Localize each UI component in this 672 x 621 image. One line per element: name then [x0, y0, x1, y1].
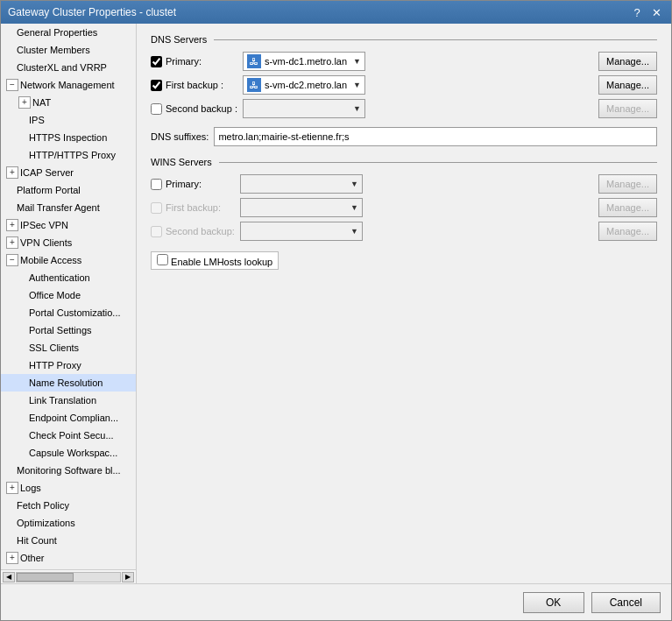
expand-icon[interactable]: + — [6, 482, 18, 494]
sidebar-label: SSL Clients — [29, 340, 79, 356]
dns-second-backup-checkbox[interactable] — [151, 103, 162, 115]
dns-second-backup-manage-button[interactable]: Manage... — [598, 99, 657, 118]
dns-primary-dropdown[interactable]: 🖧 s-vm-dc1.metro.lan ▼ s-vm-dc1.metro.la… — [243, 52, 365, 71]
sidebar-label: Optimizations — [17, 515, 75, 531]
sidebar-label: IPS — [29, 112, 45, 128]
sidebar-item-endpoint-compliance[interactable]: Endpoint Complian... — [1, 409, 136, 427]
wins-second-backup-checkbox[interactable] — [151, 226, 162, 237]
expand-icon[interactable]: + — [6, 552, 18, 564]
sidebar-label: ICAP Server — [20, 165, 74, 180]
sidebar-item-link-translation[interactable]: Link Translation — [1, 392, 136, 409]
wins-servers-section-label: WINS Servers — [151, 157, 657, 167]
wins-primary-dropdown[interactable]: ▼ — [240, 174, 363, 194]
sidebar-item-fetch-policy[interactable]: Fetch Policy — [1, 497, 136, 514]
scroll-thumb[interactable] — [17, 573, 74, 582]
sidebar-item-ipsec-vpn[interactable]: + IPSec VPN — [1, 216, 136, 234]
sidebar-item-optimizations[interactable]: Optimizations — [1, 514, 136, 532]
sidebar-label: Hit Count — [17, 533, 57, 548]
wins-grid: Primary: ▼ Manage... First backup: ▼ — [151, 174, 657, 241]
sidebar-label: Mail Transfer Agent — [17, 200, 100, 215]
expand-icon[interactable]: + — [6, 219, 18, 231]
dns-first-backup-manage-button[interactable]: Manage... — [598, 75, 657, 95]
sidebar-item-clusterxl-vrrp[interactable]: ClusterXL and VRRP — [1, 59, 136, 76]
wins-first-backup-label-row: First backup: — [151, 202, 235, 214]
wins-second-backup-manage-button[interactable]: Manage... — [598, 222, 657, 241]
dns-suffixes-row: DNS suffixes: — [151, 127, 657, 146]
expand-icon[interactable]: + — [18, 96, 31, 109]
scroll-right-arrow[interactable]: ▶ — [122, 572, 134, 582]
title-bar-buttons: ? ✕ — [629, 4, 664, 20]
sidebar-item-ips[interactable]: IPS — [1, 111, 136, 129]
sidebar-item-general-properties[interactable]: General Properties — [1, 24, 136, 41]
wins-primary-label: Primary: — [166, 179, 202, 189]
sidebar-item-ssl-clients[interactable]: SSL Clients — [1, 339, 136, 356]
expand-icon[interactable]: + — [6, 236, 18, 249]
expand-icon[interactable]: + — [6, 166, 18, 179]
enable-lmhosts-checkbox[interactable] — [157, 254, 168, 265]
cancel-button[interactable]: Cancel — [591, 592, 661, 613]
sidebar-item-logs[interactable]: + Logs — [1, 479, 136, 497]
help-button[interactable]: ? — [629, 4, 645, 20]
sidebar-item-monitoring-software[interactable]: Monitoring Software bl... — [1, 462, 136, 479]
wins-second-backup-label: Second backup: — [166, 226, 235, 236]
sidebar-label: Link Translation — [29, 392, 96, 408]
wins-second-backup-dropdown[interactable]: ▼ — [240, 222, 363, 241]
wins-first-backup-dropdown[interactable]: ▼ — [240, 198, 363, 217]
expand-icon[interactable]: − — [6, 79, 18, 91]
sidebar-label: HTTPS Inspection — [29, 130, 107, 145]
left-panel: General Properties Cluster Members Clust… — [1, 24, 137, 583]
sidebar-item-portal-customization[interactable]: Portal Customizatio... — [1, 304, 136, 321]
sidebar-label: Capsule Workspac... — [29, 445, 117, 461]
sidebar-item-icap-server[interactable]: + ICAP Server — [1, 164, 136, 181]
sidebar-item-mail-transfer-agent[interactable]: Mail Transfer Agent — [1, 199, 136, 216]
scroll-track[interactable] — [16, 572, 121, 582]
sidebar-item-check-point-security[interactable]: Check Point Secu... — [1, 427, 136, 444]
scroll-left-arrow[interactable]: ◀ — [3, 572, 15, 582]
sidebar-item-network-management[interactable]: − Network Management — [1, 76, 136, 94]
sidebar-label: Platform Portal — [17, 182, 81, 198]
sidebar-label: Logs — [20, 480, 41, 496]
main-panel: DNS Servers Primary: 🖧 s-vm-dc1.metro.la… — [137, 24, 671, 583]
dns-first-backup-label-row: First backup : — [151, 80, 237, 91]
sidebar-item-http-proxy[interactable]: HTTP Proxy — [1, 356, 136, 374]
enable-lmhosts-label[interactable]: Enable LMHosts lookup — [151, 251, 279, 270]
dns-suffixes-input[interactable] — [214, 127, 657, 146]
sidebar-label: Portal Settings — [29, 322, 92, 338]
sidebar-label: Portal Customizatio... — [29, 305, 121, 321]
sidebar-item-portal-settings[interactable]: Portal Settings — [1, 321, 136, 339]
sidebar-label: Monitoring Software bl... — [17, 462, 121, 478]
wins-primary-manage-button[interactable]: Manage... — [598, 174, 657, 194]
ok-button[interactable]: OK — [523, 592, 584, 613]
sidebar-item-authentication[interactable]: Authentication — [1, 269, 136, 286]
sidebar-item-mobile-access[interactable]: − Mobile Access — [1, 251, 136, 269]
dns-second-backup-dropdown[interactable]: ▼ — [243, 99, 365, 118]
sidebar-item-platform-portal[interactable]: Platform Portal — [1, 181, 136, 199]
sidebar-item-other[interactable]: + Other — [1, 549, 136, 567]
sidebar-item-hit-count[interactable]: Hit Count — [1, 532, 136, 549]
wins-first-backup-manage-button[interactable]: Manage... — [598, 198, 657, 217]
sidebar-item-capsule-workspace[interactable]: Capsule Workspac... — [1, 444, 136, 462]
wins-primary-checkbox[interactable] — [151, 179, 162, 190]
expand-icon[interactable]: − — [6, 254, 18, 266]
sidebar-label: Network Management — [20, 77, 115, 93]
dns-primary-checkbox[interactable] — [151, 56, 162, 67]
dns-servers-section-label: DNS Servers — [151, 34, 657, 45]
dns-suffixes-label: DNS suffixes: — [151, 131, 209, 142]
dns-first-backup-dropdown[interactable]: 🖧 s-vm-dc2.metro.lan ▼ s-vm-dc2.metro.la… — [243, 75, 365, 95]
bottom-bar: OK Cancel — [1, 583, 671, 620]
sidebar-item-nat[interactable]: + NAT — [1, 94, 136, 111]
enable-lmhosts-row: Enable LMHosts lookup — [151, 251, 657, 270]
sidebar-item-cluster-members[interactable]: Cluster Members — [1, 41, 136, 59]
sidebar-item-https-inspection[interactable]: HTTPS Inspection — [1, 129, 136, 146]
sidebar-item-office-mode[interactable]: Office Mode — [1, 286, 136, 304]
dns-first-backup-checkbox[interactable] — [151, 80, 162, 91]
wins-first-backup-checkbox[interactable] — [151, 202, 162, 214]
close-button[interactable]: ✕ — [648, 4, 664, 20]
sidebar-label: Cluster Members — [17, 42, 90, 58]
dns-primary-manage-button[interactable]: Manage... — [598, 52, 657, 71]
sidebar-item-http-https-proxy[interactable]: HTTP/HTTPS Proxy — [1, 146, 136, 164]
sidebar-item-name-resolution[interactable]: Name Resolution — [1, 374, 136, 392]
dns-first-backup-label: First backup : — [166, 80, 223, 90]
sidebar-horizontal-scrollbar[interactable]: ◀ ▶ — [1, 569, 136, 583]
sidebar-item-vpn-clients[interactable]: + VPN Clients — [1, 234, 136, 251]
